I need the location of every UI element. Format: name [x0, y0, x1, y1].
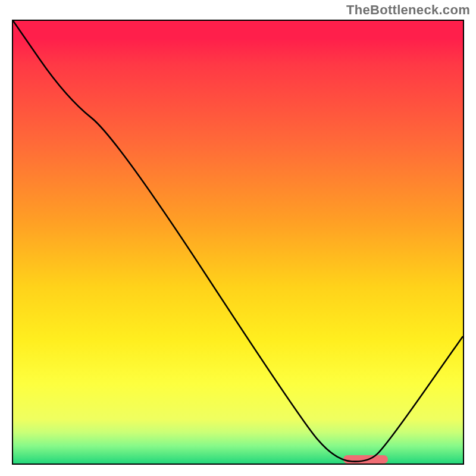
- bottleneck-curve: [13, 21, 463, 462]
- plot-area: [12, 20, 464, 465]
- curve-layer: [13, 21, 463, 464]
- watermark-label: TheBottleneck.com: [346, 2, 470, 18]
- chart-container: TheBottleneck.com: [0, 0, 476, 476]
